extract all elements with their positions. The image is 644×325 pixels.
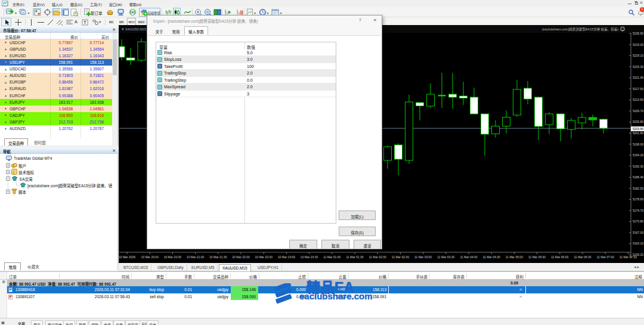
- svg-text:10 Mar 23:30: 10 Mar 23:30: [301, 255, 318, 259]
- svg-text:5198.00: 5198.00: [633, 143, 643, 146]
- svg-text:5203.66: 5203.66: [633, 127, 643, 131]
- svg-text:5167.00: 5167.00: [633, 231, 643, 234]
- svg-text:11 Mar 03:30: 11 Mar 03:30: [437, 255, 454, 259]
- svg-text:11 Mar 07:00: 11 Mar 07:00: [597, 255, 614, 259]
- svg-text:5201.90: 5201.90: [633, 131, 643, 135]
- svg-text:5225.30: 5225.30: [633, 65, 643, 69]
- svg-text:10 Mar 21:30: 10 Mar 21:30: [209, 255, 227, 259]
- svg-text:5178.60: 5178.60: [633, 197, 643, 201]
- svg-text:5217.50: 5217.50: [633, 87, 643, 91]
- svg-text:5213.60: 5213.60: [633, 98, 643, 101]
- svg-text:▼ XAUUSD,M15: ▼ XAUUSD,M15: [121, 27, 146, 31]
- svg-text:5174.70: 5174.70: [633, 209, 643, 212]
- svg-text:5209.70: 5209.70: [633, 109, 643, 113]
- svg-text:11 Mar 03:00: 11 Mar 03:00: [414, 255, 432, 259]
- svg-text:5190.30: 5190.30: [633, 165, 643, 168]
- svg-text:11 Mar 02:30: 11 Mar 02:30: [392, 255, 409, 259]
- svg-text:10 Mar 20:00: 10 Mar 20:00: [141, 255, 159, 259]
- svg-text:5233.00: 5233.00: [633, 43, 643, 47]
- svg-text:11 Mar 06:00: 11 Mar 06:00: [551, 255, 568, 259]
- svg-text:10 Mar 20:30: 10 Mar 20:30: [164, 255, 182, 259]
- svg-text:11 Mar 04:00: 11 Mar 04:00: [460, 255, 477, 259]
- svg-text:5205.80: 5205.80: [633, 120, 643, 123]
- svg-text:5236.90: 5236.90: [633, 32, 643, 35]
- svg-text:11 Mar 01:30: 11 Mar 01:30: [346, 255, 363, 259]
- svg-text:5186.40: 5186.40: [633, 175, 643, 179]
- svg-text:11 Mar 05:30: 11 Mar 05:30: [528, 255, 546, 259]
- svg-text:11 Mar 06:30: 11 Mar 06:30: [574, 255, 591, 259]
- svg-text:5229.10: 5229.10: [633, 54, 643, 57]
- svg-text:10 Mar 22:00: 10 Mar 22:00: [232, 255, 250, 259]
- svg-text:11 Mar 07:30: 11 Mar 07:30: [620, 255, 637, 259]
- svg-text:10 Mar 21:00: 10 Mar 21:00: [187, 255, 205, 259]
- svg-text:10 Mar 2026: 10 Mar 2026: [119, 255, 135, 259]
- svg-text:[eaclubshare.com]趋势突破型EA15分钟 欧: [eaclubshare.com]趋势突破型EA15分钟 欧美、镑美): [542, 27, 618, 32]
- svg-text:10 Mar 22:30: 10 Mar 22:30: [255, 255, 273, 259]
- svg-text:5194.20: 5194.20: [633, 153, 643, 157]
- svg-text:11 Mar 05:00: 11 Mar 05:00: [506, 255, 523, 259]
- svg-text:11 Mar 02:00: 11 Mar 02:00: [369, 255, 386, 259]
- svg-text:11 Mar 01:00: 11 Mar 01:00: [323, 255, 340, 259]
- svg-text:5221.40: 5221.40: [633, 76, 643, 79]
- svg-text:5182.50: 5182.50: [633, 187, 643, 190]
- svg-text:11 Mar 04:30: 11 Mar 04:30: [483, 255, 500, 259]
- svg-text:5170.80: 5170.80: [633, 219, 643, 223]
- svg-text:10 Mar 23:00: 10 Mar 23:00: [278, 255, 296, 259]
- svg-text:5163.10: 5163.10: [633, 242, 643, 245]
